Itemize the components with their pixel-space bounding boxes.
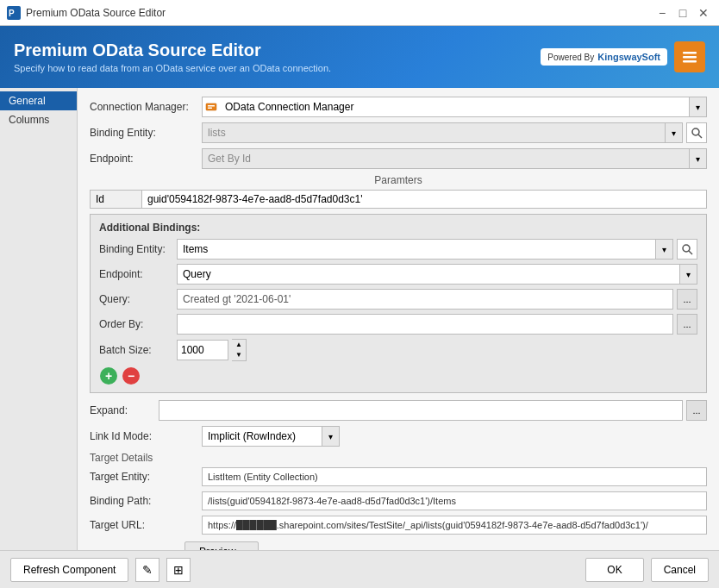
target-url-row: Target URL: (90, 516, 707, 535)
logo-powered: Powered By (547, 53, 594, 62)
sidebar-item-columns[interactable]: Columns (0, 110, 77, 129)
remove-binding-button[interactable]: − (122, 366, 141, 385)
remove-icon: − (122, 367, 140, 385)
order-by-browse-button[interactable]: ... (677, 314, 697, 335)
expand-control: ... (159, 400, 707, 421)
binding-entity-search-button[interactable] (686, 122, 707, 143)
link-id-mode-value: Implicit (RowIndex) (203, 428, 322, 444)
additional-bindings-box: Additional Bindings: Binding Entity: Ite… (90, 214, 707, 393)
svg-point-10 (683, 245, 690, 252)
params-label: Paramters (90, 174, 707, 186)
binding-entity-value: lists (203, 125, 665, 141)
target-entity-label: Target Entity: (90, 471, 202, 483)
batch-size-row: Batch Size: ▲ ▼ (99, 339, 697, 361)
query-browse-button[interactable]: ... (677, 289, 697, 310)
svg-rect-4 (683, 60, 697, 63)
order-by-label: Order By: (99, 318, 177, 330)
query-label: Query: (99, 293, 177, 305)
svg-text:P: P (9, 9, 15, 18)
add-remove-buttons: + − (99, 366, 697, 385)
svg-rect-5 (206, 103, 216, 110)
footer: Refresh Component ✎ ⊞ OK Cancel (0, 550, 719, 588)
param-value-cell: guid'0594182f-9873-4e7e-aad8-d5d7fad0d3c… (142, 191, 707, 209)
header-logo: Powered By KingswaySoft (541, 41, 705, 72)
connection-icon (205, 101, 217, 113)
window-controls: − □ ✕ (653, 4, 712, 22)
inner-endpoint-combo[interactable]: Query ▾ (177, 264, 697, 285)
parameters-section: Paramters Id guid'0594182f-9873-4e7e-aad… (90, 174, 707, 209)
app-icon: P (7, 6, 21, 20)
additional-bindings-title: Additional Bindings: (99, 222, 697, 234)
link-id-mode-label: Link Id Mode: (90, 430, 202, 442)
query-input[interactable] (177, 289, 673, 310)
endpoint-row: Endpoint: Get By Id ▾ (90, 148, 707, 169)
inner-binding-entity-row: Binding Entity: Items ▾ (99, 239, 697, 260)
binding-entity-control: lists ▾ (202, 122, 707, 143)
table-row: Id guid'0594182f-9873-4e7e-aad8-d5d7fad0… (91, 191, 707, 209)
link-id-mode-combo[interactable]: Implicit (RowIndex) ▾ (202, 426, 340, 447)
endpoint-value: Get By Id (203, 151, 689, 166)
connection-manager-arrow[interactable]: ▾ (689, 97, 706, 116)
header: Premium OData Source Editor Specify how … (0, 26, 719, 88)
query-control: ... (177, 289, 697, 310)
svg-rect-3 (683, 56, 697, 59)
close-button[interactable]: ✕ (695, 4, 712, 22)
sidebar: General Columns (0, 88, 78, 550)
connection-manager-combo[interactable]: OData Connection Manager ▾ (202, 97, 707, 117)
target-entity-input (202, 467, 707, 486)
cancel-button[interactable]: Cancel (651, 558, 709, 582)
minimize-button[interactable]: − (653, 4, 671, 22)
inner-binding-entity-control: Items ▾ (177, 239, 697, 260)
refresh-component-button[interactable]: Refresh Component (10, 558, 128, 582)
expand-input[interactable] (159, 400, 683, 421)
inner-binding-search-button[interactable] (677, 239, 697, 260)
edit1-button[interactable]: ✎ (135, 558, 159, 582)
maximize-button[interactable]: □ (674, 4, 691, 22)
batch-size-label: Batch Size: (99, 344, 177, 356)
batch-size-down-button[interactable]: ▼ (232, 350, 246, 360)
target-url-control (202, 516, 707, 535)
svg-line-11 (689, 251, 692, 254)
sidebar-item-general[interactable]: General (0, 91, 77, 110)
inner-search-icon (681, 243, 693, 255)
window-title: Premium OData Source Editor (26, 7, 648, 19)
endpoint-combo[interactable]: Get By Id ▾ (202, 148, 707, 169)
target-url-label: Target URL: (90, 519, 202, 531)
binding-entity-combo[interactable]: lists ▾ (202, 122, 683, 143)
svg-rect-2 (683, 52, 697, 54)
link-id-mode-row: Link Id Mode: Implicit (RowIndex) ▾ (90, 426, 707, 447)
expand-label: Expand: (90, 404, 159, 416)
batch-size-up-button[interactable]: ▲ (232, 340, 246, 350)
link-id-mode-arrow[interactable]: ▾ (322, 427, 339, 446)
edit2-icon: ⊞ (173, 563, 184, 577)
batch-size-spinner: ▲ ▼ (232, 339, 247, 361)
binding-entity-row: Binding Entity: lists ▾ (90, 122, 707, 143)
expand-browse-button[interactable]: ... (686, 400, 707, 421)
order-by-row: Order By: ... (99, 314, 697, 335)
target-url-input (202, 516, 707, 535)
ok-button[interactable]: OK (585, 558, 643, 582)
edit2-button[interactable]: ⊞ (166, 558, 191, 582)
inner-endpoint-control: Query ▾ (177, 264, 697, 285)
order-by-input[interactable] (177, 314, 673, 335)
endpoint-arrow[interactable]: ▾ (689, 149, 706, 168)
add-icon: + (100, 367, 117, 385)
binding-entity-arrow[interactable]: ▾ (665, 123, 682, 142)
connection-manager-control: OData Connection Manager ▾ (202, 97, 707, 117)
svg-rect-7 (208, 108, 212, 109)
binding-entity-label: Binding Entity: (90, 127, 202, 139)
inner-binding-entity-combo[interactable]: Items ▾ (177, 239, 673, 260)
batch-size-control: ▲ ▼ (177, 339, 697, 361)
connection-manager-row: Connection Manager: OData Connection Man… (90, 97, 707, 117)
link-id-mode-control: Implicit (RowIndex) ▾ (202, 426, 707, 447)
add-binding-button[interactable]: + (99, 366, 118, 385)
order-by-control: ... (177, 314, 697, 335)
content-area: Connection Manager: OData Connection Man… (78, 88, 719, 550)
target-entity-control (202, 467, 707, 486)
preview-button[interactable]: Preview... (184, 541, 259, 550)
inner-binding-arrow[interactable]: ▾ (655, 240, 672, 259)
menu-button[interactable] (674, 41, 705, 72)
batch-size-input[interactable] (177, 340, 228, 360)
inner-endpoint-arrow[interactable]: ▾ (679, 265, 697, 284)
edit1-icon: ✎ (142, 563, 153, 577)
